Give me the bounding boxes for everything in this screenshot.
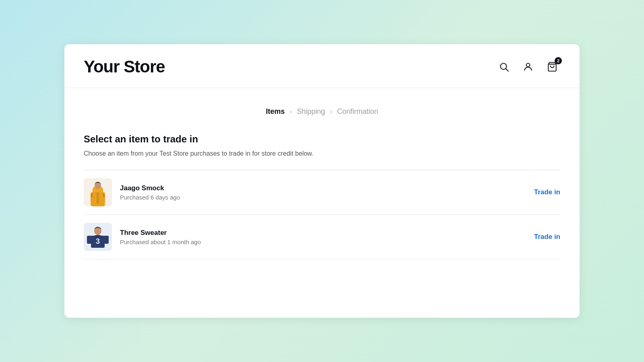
- step-items: Items: [266, 107, 285, 116]
- section-description: Choose an item from your Test Store purc…: [84, 149, 560, 158]
- stepper: Items › Shipping › Confirmation: [84, 107, 560, 116]
- item-1-trade-in-button[interactable]: Trade in: [534, 188, 560, 196]
- step-shipping: Shipping: [297, 107, 325, 116]
- user-button[interactable]: [520, 59, 536, 75]
- item-list: Jaago Smock Purchased 6 days ago Trade i…: [84, 170, 560, 259]
- header: Your Store: [64, 44, 580, 88]
- item-2-info: Three Sweater Purchased about 1 month ag…: [120, 229, 534, 245]
- svg-rect-12: [104, 236, 109, 244]
- store-card: Your Store: [64, 44, 580, 318]
- svg-rect-8: [97, 192, 99, 204]
- store-title: Your Store: [84, 57, 165, 76]
- search-icon: [499, 62, 509, 72]
- cart-button[interactable]: 2: [544, 59, 560, 75]
- svg-point-2: [526, 63, 530, 67]
- item-2-trade-in-button[interactable]: Trade in: [534, 233, 560, 241]
- cart-badge: 2: [555, 57, 562, 64]
- svg-line-1: [506, 69, 508, 71]
- item-2-date: Purchased about 1 month ago: [120, 239, 534, 245]
- item-1-date: Purchased 6 days ago: [120, 194, 534, 201]
- user-icon: [523, 62, 533, 72]
- section-title: Select an item to trade in: [84, 134, 560, 145]
- chevron-1-icon: ›: [289, 107, 292, 116]
- item-1-name: Jaago Smock: [120, 184, 534, 192]
- step-confirmation: Confirmation: [337, 107, 378, 116]
- chevron-2-icon: ›: [330, 107, 332, 116]
- jaago-smock-thumbnail: [84, 178, 112, 206]
- header-icons: 2: [496, 59, 560, 75]
- content: Items › Shipping › Confirmation Select a…: [64, 88, 580, 284]
- svg-text:3: 3: [96, 237, 100, 245]
- three-sweater-thumbnail: 3: [84, 223, 112, 251]
- item-2-name: Three Sweater: [120, 229, 534, 237]
- search-button[interactable]: [496, 59, 512, 75]
- item-1-info: Jaago Smock Purchased 6 days ago: [120, 184, 534, 201]
- svg-rect-11: [87, 236, 92, 244]
- item-1-image: [84, 178, 112, 206]
- item-2-image: 3: [84, 223, 112, 251]
- item-row: Jaago Smock Purchased 6 days ago Trade i…: [84, 170, 560, 215]
- item-row: 3 Three Sweater Purchased about 1 month …: [84, 215, 560, 259]
